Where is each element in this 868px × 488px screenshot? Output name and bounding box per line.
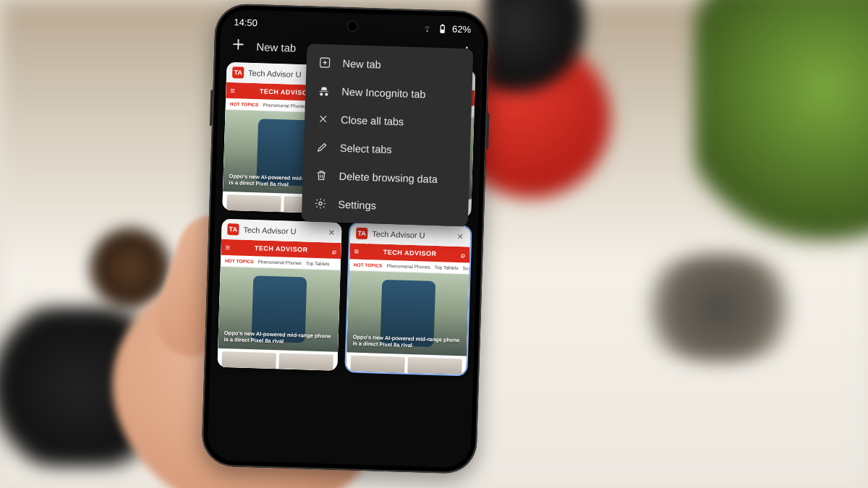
menu-item-label: Delete browsing data — [339, 170, 438, 184]
new-tab-button[interactable]: New tab — [256, 40, 297, 54]
status-time: 14:50 — [234, 17, 258, 28]
tab-preview: ≡TECH ADVISOR⌕ HOT TOPICSPhenomenal Phon… — [217, 239, 341, 371]
menu-item-settings[interactable]: Settings — [302, 189, 469, 222]
menu-item-label: Settings — [338, 198, 376, 211]
tab-title: Tech Advisor U — [372, 229, 450, 240]
plus-square-icon — [318, 56, 331, 69]
favicon-icon: TA — [356, 228, 367, 239]
favicon-icon: TA — [232, 67, 244, 78]
close-icon — [316, 113, 330, 126]
menu-item-label: New Incognito tab — [341, 85, 426, 100]
pencil-icon — [315, 141, 329, 154]
incognito-icon — [317, 85, 331, 98]
tab-close-button[interactable] — [454, 231, 466, 242]
trash-icon — [315, 169, 328, 182]
menu-item-label: Select tabs — [340, 142, 392, 155]
svg-point-4 — [318, 202, 321, 205]
menu-item-label: New tab — [342, 57, 381, 70]
battery-icon — [437, 23, 448, 34]
phone-frame: 14:50 62% New tab — [201, 3, 490, 474]
wifi-icon — [422, 22, 433, 33]
plus-icon[interactable] — [230, 36, 247, 56]
menu-item-label: Close all tabs — [341, 114, 404, 127]
phone-screen: 14:50 62% New tab — [207, 9, 484, 468]
overflow-menu: New tab New Incognito tab Close all tabs… — [302, 43, 474, 226]
tab-close-button[interactable] — [326, 226, 337, 238]
status-battery-pct: 62% — [452, 24, 471, 35]
gear-icon — [313, 197, 327, 210]
tab-card[interactable]: TA Tech Advisor U ≡TECH ADVISOR⌕ HOT TOP… — [217, 219, 341, 371]
tab-card-active[interactable]: TA Tech Advisor U ≡TECH ADVISOR⌕ HOT TOP… — [346, 223, 470, 374]
tab-title: Tech Advisor U — [243, 226, 321, 236]
favicon-icon: TA — [227, 223, 239, 235]
tab-preview: ≡TECH ADVISOR⌕ HOT TOPICSPhenomenal Phon… — [346, 243, 469, 374]
